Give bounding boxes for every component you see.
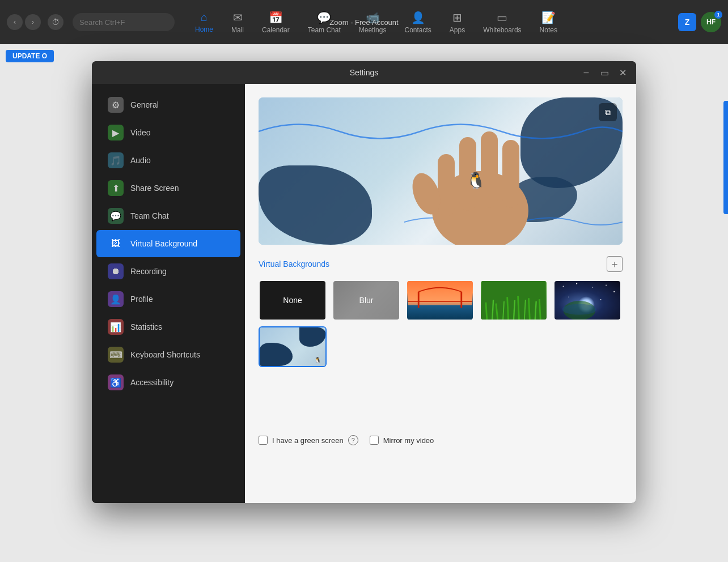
nav-item-whiteboards-label: Whiteboards — [483, 26, 521, 34]
nav-item-notes[interactable]: 📝 Notes — [531, 6, 566, 39]
forward-button[interactable]: › — [25, 14, 41, 30]
sidebar-label-accessibility: Accessibility — [130, 378, 173, 387]
sidebar-item-share-screen[interactable]: ⬆ Share Screen — [96, 174, 240, 202]
sidebar-item-general[interactable]: ⚙ General — [96, 91, 240, 118]
settings-content: 🐧 ⧉ Virtual Backgrounds ＋ None — [245, 84, 636, 503]
share-screen-icon: ⬆ — [108, 180, 124, 196]
topbar: Zoom - Free Account ‹ › ⏱ ⌂ Home ✉ Mail … — [0, 0, 728, 44]
nav-item-meetings-label: Meetings — [359, 26, 387, 34]
svg-point-23 — [563, 286, 564, 287]
avatar-button[interactable]: HF 1 — [701, 12, 721, 32]
background-grass[interactable] — [480, 280, 548, 321]
mail-icon: ✉ — [233, 11, 243, 24]
contacts-icon: 👤 — [411, 11, 425, 24]
settings-sidebar: ⚙ General ▶ Video 🎵 Audio ⬆ Share Screen… — [92, 84, 245, 503]
background-blur[interactable]: Blur — [332, 280, 400, 321]
apps-icon: ⊞ — [452, 11, 462, 24]
sidebar-label-audio: Audio — [130, 156, 151, 165]
sidebar-item-keyboard-shortcuts[interactable]: ⌨ Keyboard Shortcuts — [96, 341, 240, 368]
sidebar-item-video[interactable]: ▶ Video — [96, 119, 240, 146]
nav-item-mail[interactable]: ✉ Mail — [222, 6, 253, 39]
general-icon: ⚙ — [108, 97, 124, 113]
nav-arrows: ‹ › — [7, 14, 41, 30]
svg-line-18 — [518, 296, 519, 320]
background-custom-selected[interactable]: 🐧 — [259, 326, 327, 367]
mirror-video-label: Mirror my video — [383, 436, 434, 445]
sidebar-item-virtual-background[interactable]: 🖼 Virtual Background — [96, 230, 240, 257]
nav-item-apps[interactable]: ⊞ Apps — [441, 6, 474, 39]
search-input[interactable] — [73, 13, 175, 31]
space-background — [555, 281, 620, 320]
bridge-svg — [407, 281, 473, 320]
sidebar-item-team-chat[interactable]: 💬 Team Chat — [96, 202, 240, 229]
notes-icon: 📝 — [541, 11, 556, 24]
minimize-button[interactable]: – — [579, 66, 593, 79]
nav-item-apps-label: Apps — [450, 26, 465, 34]
nav-item-home[interactable]: ⌂ Home — [186, 6, 222, 39]
background-none[interactable]: None — [259, 280, 327, 321]
avatar-badge: 1 — [714, 11, 722, 19]
grass-svg — [481, 281, 547, 320]
sidebar-item-audio[interactable]: 🎵 Audio — [96, 147, 240, 174]
blur-label: Blur — [359, 296, 374, 305]
recording-icon: ⏺ — [108, 263, 124, 279]
svg-line-20 — [528, 298, 530, 320]
back-button[interactable]: ‹ — [7, 14, 23, 30]
selected-blob-2 — [299, 327, 325, 347]
bridge-background — [407, 281, 473, 320]
svg-point-25 — [592, 287, 594, 288]
background-grid: None Blur — [259, 280, 623, 367]
none-label: None — [260, 281, 325, 320]
green-screen-checkbox[interactable] — [259, 436, 268, 445]
green-screen-help-button[interactable]: ? — [348, 435, 358, 445]
nav-item-calendar-label: Calendar — [262, 26, 290, 34]
titlebar-controls: – ▭ ✕ — [579, 66, 629, 79]
nav-item-whiteboards[interactable]: ▭ Whiteboards — [474, 6, 530, 39]
sidebar-label-general: General — [130, 100, 159, 109]
virtual-bg-icon: 🖼 — [108, 236, 124, 252]
svg-point-28 — [568, 297, 569, 298]
nav-item-contacts-label: Contacts — [404, 26, 431, 34]
nav-item-contacts[interactable]: 👤 Contacts — [395, 6, 440, 39]
svg-line-22 — [539, 299, 540, 320]
accessibility-icon: ♿ — [108, 374, 124, 390]
sidebar-item-recording[interactable]: ⏺ Recording — [96, 258, 240, 285]
svg-point-24 — [576, 283, 577, 284]
sidebar-item-profile[interactable]: 👤 Profile — [96, 286, 240, 313]
main-area: UPDATE O Settings – ▭ ✕ ⚙ General ▶ Vi — [0, 44, 728, 562]
nav-item-notes-label: Notes — [540, 26, 557, 34]
green-screen-option: I have a green screen ? — [259, 435, 358, 445]
svg-point-27 — [613, 291, 615, 292]
virtual-backgrounds-header: Virtual Backgrounds ＋ — [259, 256, 623, 272]
sidebar-label-statistics: Statistics — [130, 322, 162, 331]
settings-titlebar: Settings – ▭ ✕ — [92, 61, 636, 84]
preview-container: 🐧 ⧉ — [259, 97, 623, 245]
sidebar-item-accessibility[interactable]: ♿ Accessibility — [96, 369, 240, 396]
nav-item-home-label: Home — [195, 25, 213, 33]
copy-preview-button[interactable]: ⧉ — [599, 103, 617, 121]
mirror-video-checkbox[interactable] — [370, 436, 379, 445]
nav-item-calendar[interactable]: 📅 Calendar — [253, 6, 299, 39]
svg-line-12 — [486, 303, 487, 320]
close-button[interactable]: ✕ — [616, 66, 629, 79]
selected-blob-1 — [260, 343, 293, 366]
svg-point-31 — [562, 304, 596, 315]
background-bridge[interactable] — [406, 280, 474, 321]
mirror-video-option: Mirror my video — [370, 436, 434, 445]
sidebar-label-profile: Profile — [130, 295, 153, 304]
window-title: Zoom - Free Account — [329, 18, 398, 27]
history-button[interactable]: ⏱ — [48, 14, 64, 30]
add-background-button[interactable]: ＋ — [607, 256, 623, 272]
background-space[interactable] — [553, 280, 621, 321]
green-screen-label: I have a green screen — [272, 436, 344, 445]
home-icon: ⌂ — [201, 11, 208, 24]
update-banner[interactable]: UPDATE O — [6, 50, 54, 62]
statistics-icon: 📊 — [108, 319, 124, 335]
sidebar-item-statistics[interactable]: 📊 Statistics — [96, 313, 240, 340]
settings-body: ⚙ General ▶ Video 🎵 Audio ⬆ Share Screen… — [92, 84, 636, 503]
sidebar-label-virtual-background: Virtual Background — [130, 239, 197, 248]
restore-button[interactable]: ▭ — [598, 66, 611, 79]
avatar-initials: HF — [706, 18, 716, 26]
video-icon: ▶ — [108, 125, 124, 140]
custom-vbg-background: 🐧 — [260, 327, 325, 366]
